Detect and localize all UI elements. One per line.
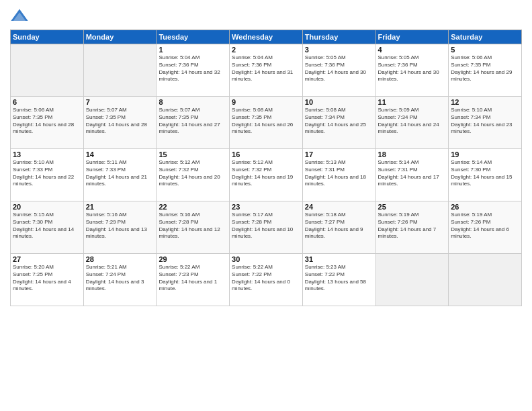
day-number: 29 xyxy=(159,255,227,263)
header xyxy=(10,7,522,26)
day-cell: 1Sunrise: 5:04 AM Sunset: 7:36 PM Daylig… xyxy=(157,44,230,97)
day-info: Sunrise: 5:19 AM Sunset: 7:26 PM Dayligh… xyxy=(378,212,447,240)
calendar-header: SundayMondayTuesdayWednesdayThursdayFrid… xyxy=(11,30,522,44)
calendar: SundayMondayTuesdayWednesdayThursdayFrid… xyxy=(10,30,522,306)
day-cell: 8Sunrise: 5:07 AM Sunset: 7:35 PM Daylig… xyxy=(157,97,230,149)
header-saturday: Saturday xyxy=(449,30,522,44)
week-row-4: 27Sunrise: 5:20 AM Sunset: 7:25 PM Dayli… xyxy=(11,254,522,306)
day-info: Sunrise: 5:12 AM Sunset: 7:32 PM Dayligh… xyxy=(232,159,300,188)
day-info: Sunrise: 5:12 AM Sunset: 7:32 PM Dayligh… xyxy=(159,159,227,188)
day-info: Sunrise: 5:08 AM Sunset: 7:35 PM Dayligh… xyxy=(232,107,300,136)
day-info: Sunrise: 5:10 AM Sunset: 7:33 PM Dayligh… xyxy=(13,159,81,188)
day-info: Sunrise: 5:23 AM Sunset: 7:22 PM Dayligh… xyxy=(305,264,373,293)
week-row-1: 6Sunrise: 5:06 AM Sunset: 7:35 PM Daylig… xyxy=(11,97,522,149)
header-row: SundayMondayTuesdayWednesdayThursdayFrid… xyxy=(11,30,522,44)
day-info: Sunrise: 5:07 AM Sunset: 7:35 PM Dayligh… xyxy=(86,107,154,136)
day-cell: 29Sunrise: 5:22 AM Sunset: 7:23 PM Dayli… xyxy=(157,254,230,306)
day-cell xyxy=(83,44,157,97)
day-info: Sunrise: 5:15 AM Sunset: 7:30 PM Dayligh… xyxy=(13,212,81,240)
day-number: 28 xyxy=(86,255,154,263)
week-row-2: 13Sunrise: 5:10 AM Sunset: 7:33 PM Dayli… xyxy=(11,149,522,201)
day-number: 31 xyxy=(305,255,373,263)
day-info: Sunrise: 5:14 AM Sunset: 7:30 PM Dayligh… xyxy=(451,159,519,188)
day-cell: 21Sunrise: 5:16 AM Sunset: 7:29 PM Dayli… xyxy=(83,201,157,254)
day-cell xyxy=(449,254,522,306)
day-cell: 27Sunrise: 5:20 AM Sunset: 7:25 PM Dayli… xyxy=(11,254,84,306)
day-info: Sunrise: 5:13 AM Sunset: 7:31 PM Dayligh… xyxy=(305,159,373,188)
day-number: 7 xyxy=(86,98,154,106)
header-monday: Monday xyxy=(83,30,157,44)
day-cell xyxy=(11,44,84,97)
day-cell: 19Sunrise: 5:14 AM Sunset: 7:30 PM Dayli… xyxy=(449,149,522,201)
day-cell: 11Sunrise: 5:09 AM Sunset: 7:34 PM Dayli… xyxy=(375,97,449,149)
day-number: 14 xyxy=(86,150,154,158)
day-info: Sunrise: 5:06 AM Sunset: 7:35 PM Dayligh… xyxy=(13,107,81,136)
header-thursday: Thursday xyxy=(302,30,375,44)
day-number: 20 xyxy=(13,203,81,211)
day-info: Sunrise: 5:04 AM Sunset: 7:36 PM Dayligh… xyxy=(159,54,227,83)
day-cell: 24Sunrise: 5:18 AM Sunset: 7:27 PM Dayli… xyxy=(302,201,375,254)
day-number: 2 xyxy=(232,46,300,54)
day-cell: 12Sunrise: 5:10 AM Sunset: 7:34 PM Dayli… xyxy=(449,97,522,149)
day-number: 12 xyxy=(451,98,519,106)
day-cell: 4Sunrise: 5:05 AM Sunset: 7:36 PM Daylig… xyxy=(375,44,449,97)
day-cell: 3Sunrise: 5:05 AM Sunset: 7:36 PM Daylig… xyxy=(302,44,375,97)
day-number: 23 xyxy=(232,203,300,211)
day-info: Sunrise: 5:21 AM Sunset: 7:24 PM Dayligh… xyxy=(86,264,154,293)
day-cell: 5Sunrise: 5:06 AM Sunset: 7:35 PM Daylig… xyxy=(449,44,522,97)
header-wednesday: Wednesday xyxy=(230,30,303,44)
day-cell: 18Sunrise: 5:14 AM Sunset: 7:31 PM Dayli… xyxy=(375,149,449,201)
week-row-3: 20Sunrise: 5:15 AM Sunset: 7:30 PM Dayli… xyxy=(11,201,522,254)
week-row-0: 1Sunrise: 5:04 AM Sunset: 7:36 PM Daylig… xyxy=(11,44,522,97)
day-info: Sunrise: 5:10 AM Sunset: 7:34 PM Dayligh… xyxy=(451,107,519,136)
calendar-body: 1Sunrise: 5:04 AM Sunset: 7:36 PM Daylig… xyxy=(11,44,522,306)
day-info: Sunrise: 5:07 AM Sunset: 7:35 PM Dayligh… xyxy=(159,107,227,136)
header-sunday: Sunday xyxy=(11,30,84,44)
day-info: Sunrise: 5:06 AM Sunset: 7:35 PM Dayligh… xyxy=(451,54,519,83)
day-cell: 17Sunrise: 5:13 AM Sunset: 7:31 PM Dayli… xyxy=(302,149,375,201)
day-info: Sunrise: 5:14 AM Sunset: 7:31 PM Dayligh… xyxy=(378,159,447,188)
day-number: 16 xyxy=(232,150,300,158)
day-cell: 2Sunrise: 5:04 AM Sunset: 7:36 PM Daylig… xyxy=(230,44,303,97)
day-number: 18 xyxy=(378,150,447,158)
day-number: 24 xyxy=(305,203,373,211)
logo xyxy=(10,7,32,26)
day-number: 21 xyxy=(86,203,154,211)
day-cell: 9Sunrise: 5:08 AM Sunset: 7:35 PM Daylig… xyxy=(230,97,303,149)
day-cell: 6Sunrise: 5:06 AM Sunset: 7:35 PM Daylig… xyxy=(11,97,84,149)
day-cell: 22Sunrise: 5:16 AM Sunset: 7:28 PM Dayli… xyxy=(157,201,230,254)
day-cell: 14Sunrise: 5:11 AM Sunset: 7:33 PM Dayli… xyxy=(83,149,157,201)
day-number: 3 xyxy=(305,46,373,54)
day-number: 17 xyxy=(305,150,373,158)
day-number: 19 xyxy=(451,150,519,158)
day-number: 30 xyxy=(232,255,300,263)
day-cell: 28Sunrise: 5:21 AM Sunset: 7:24 PM Dayli… xyxy=(83,254,157,306)
logo-icon xyxy=(10,7,29,26)
day-info: Sunrise: 5:11 AM Sunset: 7:33 PM Dayligh… xyxy=(86,159,154,188)
day-info: Sunrise: 5:05 AM Sunset: 7:36 PM Dayligh… xyxy=(305,54,373,83)
day-cell: 7Sunrise: 5:07 AM Sunset: 7:35 PM Daylig… xyxy=(83,97,157,149)
day-info: Sunrise: 5:22 AM Sunset: 7:22 PM Dayligh… xyxy=(232,264,300,293)
day-number: 25 xyxy=(378,203,447,211)
day-number: 26 xyxy=(451,203,519,211)
day-info: Sunrise: 5:17 AM Sunset: 7:28 PM Dayligh… xyxy=(232,212,300,240)
day-cell: 31Sunrise: 5:23 AM Sunset: 7:22 PM Dayli… xyxy=(302,254,375,306)
day-number: 8 xyxy=(159,98,227,106)
day-info: Sunrise: 5:22 AM Sunset: 7:23 PM Dayligh… xyxy=(159,264,227,293)
day-info: Sunrise: 5:05 AM Sunset: 7:36 PM Dayligh… xyxy=(378,54,447,83)
day-number: 9 xyxy=(232,98,300,106)
day-number: 5 xyxy=(451,46,519,54)
day-info: Sunrise: 5:16 AM Sunset: 7:28 PM Dayligh… xyxy=(159,212,227,240)
page: SundayMondayTuesdayWednesdayThursdayFrid… xyxy=(0,0,532,411)
day-number: 22 xyxy=(159,203,227,211)
day-number: 11 xyxy=(378,98,447,106)
day-info: Sunrise: 5:08 AM Sunset: 7:34 PM Dayligh… xyxy=(305,107,373,136)
day-cell: 23Sunrise: 5:17 AM Sunset: 7:28 PM Dayli… xyxy=(230,201,303,254)
day-cell: 20Sunrise: 5:15 AM Sunset: 7:30 PM Dayli… xyxy=(11,201,84,254)
day-info: Sunrise: 5:19 AM Sunset: 7:26 PM Dayligh… xyxy=(451,212,519,240)
day-cell: 25Sunrise: 5:19 AM Sunset: 7:26 PM Dayli… xyxy=(375,201,449,254)
day-info: Sunrise: 5:20 AM Sunset: 7:25 PM Dayligh… xyxy=(13,264,81,293)
day-number: 4 xyxy=(378,46,447,54)
day-number: 15 xyxy=(159,150,227,158)
day-cell: 15Sunrise: 5:12 AM Sunset: 7:32 PM Dayli… xyxy=(157,149,230,201)
